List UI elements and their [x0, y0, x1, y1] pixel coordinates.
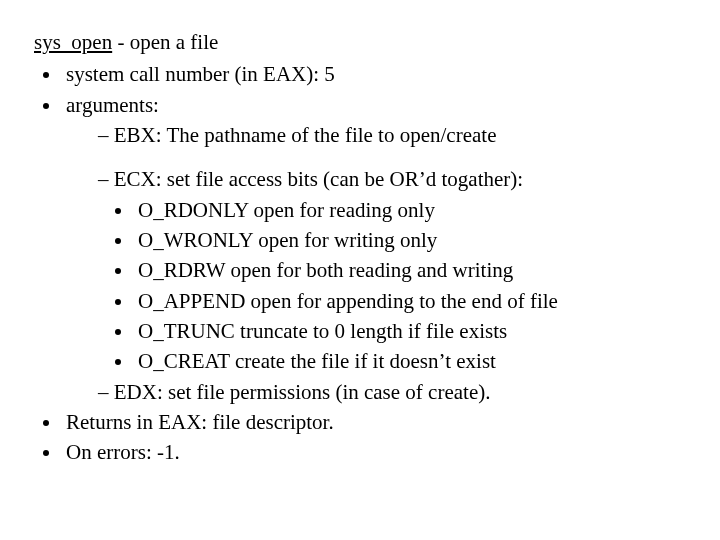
- args-list: EBX: The pathname of the file to open/cr…: [66, 121, 700, 149]
- bullet-list-continued: ECX: set file access bits (can be OR’d t…: [34, 165, 700, 406]
- args-list-2: ECX: set file access bits (can be OR’d t…: [66, 165, 700, 406]
- args-continued: ECX: set file access bits (can be OR’d t…: [62, 165, 700, 406]
- flag-item: O_CREAT create the file if it doesn’t ex…: [134, 347, 700, 375]
- syscall-desc: - open a file: [112, 30, 218, 54]
- slide-title: sys_open - open a file: [34, 28, 700, 56]
- slide-body: sys_open - open a file system call numbe…: [0, 0, 720, 489]
- bullet-returns: Returns in EAX: file descriptor.: [62, 408, 700, 436]
- arg-ecx-label: ECX: set file access bits (can be OR’d t…: [114, 167, 523, 191]
- bullet-list-tail: Returns in EAX: file descriptor. On erro…: [34, 408, 700, 467]
- flag-item: O_RDRW open for both reading and writing: [134, 256, 700, 284]
- arg-ecx: ECX: set file access bits (can be OR’d t…: [98, 165, 700, 375]
- syscall-name: sys_open: [34, 30, 112, 54]
- bullet-arguments-label: arguments:: [66, 93, 159, 117]
- spacer: [34, 151, 700, 163]
- bullet-arguments: arguments: EBX: The pathname of the file…: [62, 91, 700, 150]
- bullet-errors: On errors: -1.: [62, 438, 700, 466]
- arg-ebx: EBX: The pathname of the file to open/cr…: [98, 121, 700, 149]
- bullet-list: system call number (in EAX): 5 arguments…: [34, 60, 700, 149]
- bullet-syscall-number: system call number (in EAX): 5: [62, 60, 700, 88]
- flag-item: O_WRONLY open for writing only: [134, 226, 700, 254]
- arg-edx: EDX: set file permissions (in case of cr…: [98, 378, 700, 406]
- flag-item: O_RDONLY open for reading only: [134, 196, 700, 224]
- flag-item: O_TRUNC truncate to 0 length if file exi…: [134, 317, 700, 345]
- flag-item: O_APPEND open for appending to the end o…: [134, 287, 700, 315]
- ecx-flags-list: O_RDONLY open for reading only O_WRONLY …: [98, 196, 700, 376]
